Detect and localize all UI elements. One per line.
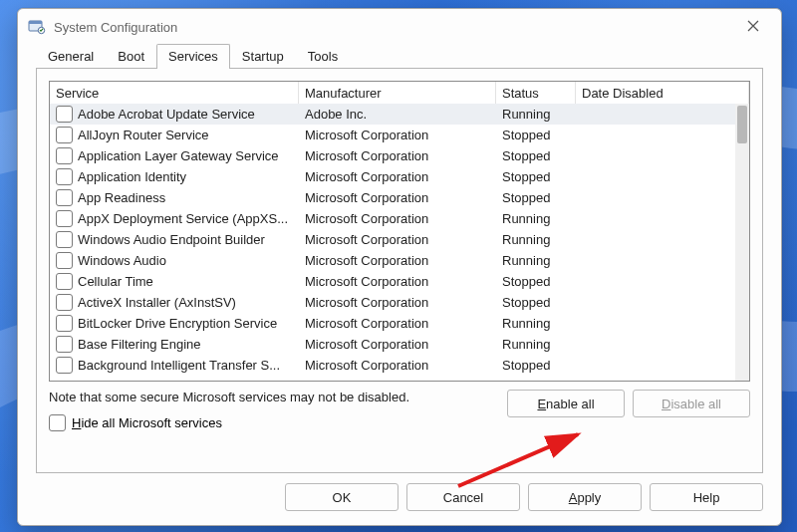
row-checkbox[interactable] — [56, 231, 73, 248]
col-header-date-disabled[interactable]: Date Disabled — [576, 82, 749, 104]
system-configuration-dialog: System Configuration GeneralBootServices… — [17, 8, 782, 526]
table-row[interactable]: AllJoyn Router ServiceMicrosoft Corporat… — [50, 125, 735, 145]
col-header-service[interactable]: Service — [50, 82, 299, 104]
manufacturer: Microsoft Corporation — [299, 316, 496, 331]
tab-general[interactable]: General — [36, 44, 106, 69]
dialog-footer: OK Cancel Apply Help — [18, 483, 781, 525]
app-icon — [28, 18, 46, 36]
status: Running — [496, 253, 576, 268]
list-body: Adobe Acrobat Update ServiceAdobe Inc.Ru… — [50, 104, 735, 381]
titlebar[interactable]: System Configuration — [18, 9, 781, 45]
row-checkbox[interactable] — [56, 189, 73, 206]
hide-microsoft-checkbox[interactable]: Hide all Microsoft services — [49, 414, 507, 431]
manufacturer: Microsoft Corporation — [299, 128, 496, 142]
service-name: Adobe Acrobat Update Service — [78, 107, 255, 122]
status: Stopped — [496, 295, 576, 310]
row-checkbox[interactable] — [56, 127, 73, 143]
status: Running — [496, 316, 576, 331]
status: Stopped — [496, 148, 576, 163]
service-name: Base Filtering Engine — [78, 337, 201, 352]
table-row[interactable]: Application Layer Gateway ServiceMicroso… — [50, 145, 735, 166]
status: Stopped — [496, 358, 576, 373]
scrollbar-vertical[interactable] — [735, 104, 749, 381]
ok-button[interactable]: OK — [285, 483, 398, 511]
col-header-status[interactable]: Status — [496, 82, 576, 104]
service-name: Windows Audio Endpoint Builder — [78, 232, 265, 247]
scrollbar-thumb[interactable] — [737, 106, 747, 143]
enable-all-button[interactable]: Enable all — [507, 390, 625, 417]
table-row[interactable]: Application IdentityMicrosoft Corporatio… — [50, 166, 735, 187]
row-checkbox[interactable] — [56, 294, 73, 311]
tab-startup[interactable]: Startup — [230, 44, 296, 69]
checkbox-icon — [49, 414, 66, 431]
service-name: Windows Audio — [78, 253, 166, 268]
manufacturer: Microsoft Corporation — [299, 358, 496, 373]
table-row[interactable]: Cellular TimeMicrosoft CorporationStoppe… — [50, 271, 735, 292]
tab-tools[interactable]: Tools — [296, 44, 350, 69]
list-header: Service Manufacturer Status Date Disable… — [50, 82, 749, 105]
manufacturer: Microsoft Corporation — [299, 295, 496, 310]
service-name: Cellular Time — [78, 274, 153, 289]
tab-bar: GeneralBootServicesStartupTools — [18, 43, 781, 68]
status: Running — [496, 107, 576, 122]
service-name: Background Intelligent Transfer S... — [78, 358, 280, 373]
row-checkbox[interactable] — [56, 106, 73, 123]
close-icon — [747, 19, 759, 35]
table-row[interactable]: Windows Audio Endpoint BuilderMicrosoft … — [50, 229, 735, 250]
manufacturer: Microsoft Corporation — [299, 253, 496, 268]
row-checkbox[interactable] — [56, 210, 73, 227]
manufacturer: Microsoft Corporation — [299, 169, 496, 184]
service-name: App Readiness — [78, 190, 165, 205]
service-name: ActiveX Installer (AxInstSV) — [78, 295, 236, 310]
manufacturer: Microsoft Corporation — [299, 274, 496, 289]
row-checkbox[interactable] — [56, 357, 73, 374]
help-button[interactable]: Help — [650, 483, 763, 511]
col-header-manufacturer[interactable]: Manufacturer — [299, 82, 496, 104]
row-checkbox[interactable] — [56, 315, 73, 332]
manufacturer: Microsoft Corporation — [299, 211, 496, 226]
status: Stopped — [496, 128, 576, 142]
services-list: Service Manufacturer Status Date Disable… — [49, 81, 750, 382]
row-checkbox[interactable] — [56, 147, 73, 164]
tab-services[interactable]: Services — [156, 44, 230, 69]
row-checkbox[interactable] — [56, 168, 73, 185]
manufacturer: Microsoft Corporation — [299, 337, 496, 352]
status: Stopped — [496, 274, 576, 289]
table-row[interactable]: Background Intelligent Transfer S...Micr… — [50, 355, 735, 376]
close-button[interactable] — [731, 12, 775, 42]
note-text: Note that some secure Microsoft services… — [49, 390, 507, 404]
manufacturer: Microsoft Corporation — [299, 148, 496, 163]
table-row[interactable]: ActiveX Installer (AxInstSV)Microsoft Co… — [50, 292, 735, 313]
manufacturer: Adobe Inc. — [299, 107, 496, 122]
status: Running — [496, 232, 576, 247]
service-name: AppX Deployment Service (AppXS... — [78, 211, 288, 226]
status: Running — [496, 211, 576, 226]
row-checkbox[interactable] — [56, 273, 73, 290]
tab-boot[interactable]: Boot — [106, 44, 156, 69]
row-checkbox[interactable] — [56, 252, 73, 269]
service-name: Application Layer Gateway Service — [78, 148, 279, 163]
table-row[interactable]: BitLocker Drive Encryption ServiceMicros… — [50, 313, 735, 334]
disable-all-button[interactable]: Disable all — [633, 390, 750, 417]
service-name: Application Identity — [78, 169, 186, 184]
service-name: BitLocker Drive Encryption Service — [78, 316, 277, 331]
table-row[interactable]: App ReadinessMicrosoft CorporationStoppe… — [50, 187, 735, 208]
status: Stopped — [496, 169, 576, 184]
service-name: AllJoyn Router Service — [78, 128, 209, 142]
window-title: System Configuration — [54, 20, 177, 35]
apply-button[interactable]: Apply — [528, 483, 642, 511]
svg-rect-1 — [29, 21, 42, 24]
row-checkbox[interactable] — [56, 336, 73, 353]
table-row[interactable]: AppX Deployment Service (AppXS...Microso… — [50, 208, 735, 229]
table-row[interactable]: Windows AudioMicrosoft CorporationRunnin… — [50, 250, 735, 271]
table-row[interactable]: Base Filtering EngineMicrosoft Corporati… — [50, 334, 735, 355]
table-row[interactable]: Adobe Acrobat Update ServiceAdobe Inc.Ru… — [50, 104, 735, 125]
status: Running — [496, 337, 576, 352]
manufacturer: Microsoft Corporation — [299, 190, 496, 205]
cancel-button[interactable]: Cancel — [406, 483, 520, 511]
services-tab-panel: Service Manufacturer Status Date Disable… — [36, 68, 763, 473]
manufacturer: Microsoft Corporation — [299, 232, 496, 247]
status: Stopped — [496, 190, 576, 205]
